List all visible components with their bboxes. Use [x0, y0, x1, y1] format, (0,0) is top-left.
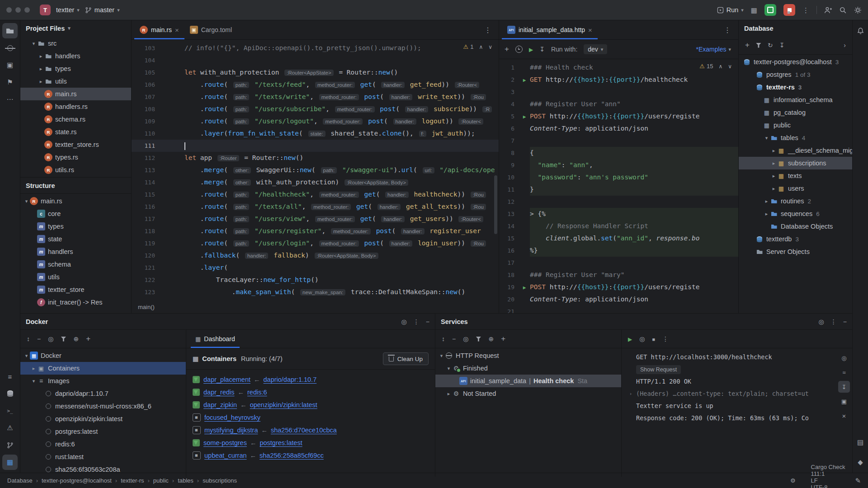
database-tree-row[interactable]: ▸ texts [739, 169, 852, 182]
fold-chevron-icon[interactable] [625, 363, 636, 375]
code-line[interactable]: 15 client.global.set("ann_id", response.… [499, 232, 738, 244]
container-name-link[interactable]: dapr_zipkin [203, 401, 237, 408]
database-tree-row[interactable]: ▸ __diesel_schema_mig [739, 144, 852, 157]
project-tree-row[interactable]: main.rs [20, 88, 131, 100]
layout-toolwindow-button[interactable]: ▤ [853, 435, 868, 450]
run-request-icon[interactable] [519, 232, 530, 244]
console-eye-icon[interactable] [838, 352, 850, 364]
structure-tree-row[interactable]: schema [20, 258, 131, 271]
project-panel-header[interactable]: Project Files [20, 20, 131, 36]
vcs-toolwindow-button[interactable] [2, 437, 18, 453]
run-request-icon[interactable] [519, 135, 530, 147]
tree-chevron-icon[interactable]: ▾ [30, 41, 37, 47]
code-line[interactable]: 115 .route( path: "/healthcheck", method… [132, 188, 499, 201]
services-filter-funnel-icon[interactable] [476, 337, 481, 342]
services-add-group-icon[interactable] [488, 335, 494, 343]
run-request-icon[interactable] [519, 244, 530, 257]
run-request-icon[interactable] [519, 110, 530, 122]
project-tree-row[interactable]: textter_store.rs [20, 138, 131, 151]
database-tree-row[interactable]: ▸ subscriptions [739, 157, 852, 169]
status-breadcrumb-item[interactable]: Database › [7, 477, 42, 484]
tab-cargo-toml[interactable]: Cargo.toml [184, 20, 237, 39]
run-request-icon[interactable] [519, 183, 530, 196]
database-toolwindow-button[interactable] [2, 386, 18, 401]
container-image-link[interactable]: daprio/dapr:1.10.7 [264, 376, 317, 383]
code-line[interactable]: 11 } [499, 183, 738, 196]
code-line[interactable]: 108 .route( path: "/users/subscribe", me… [132, 103, 499, 115]
container-row[interactable]: focused_heyrovsky [186, 411, 435, 424]
database-tree-row[interactable]: postgres 1 of 3 [739, 68, 852, 81]
database-tree-row[interactable]: ▸ routines 2 [739, 195, 852, 207]
database-tree-row[interactable]: textterdb 3 [739, 233, 852, 245]
tree-chevron-icon[interactable]: ▾ [438, 353, 445, 359]
status-widget[interactable]: 111:1 [811, 470, 845, 477]
code-line[interactable]: 19 POST http://{{host}}:{{port}}/users/r… [499, 281, 738, 293]
structure-tree-row[interactable]: types [20, 220, 131, 233]
database-tree-row[interactable]: textter-rs 3 [739, 81, 852, 94]
console-clear-icon[interactable] [838, 410, 850, 422]
status-breadcrumb-item[interactable]: textter-rs › [121, 477, 153, 484]
tree-chevron-icon[interactable]: ▸ [770, 160, 777, 166]
editor-kebab-icon[interactable] [480, 26, 496, 34]
code-line[interactable]: 123 .make_span_with( new_make_span: trac… [132, 286, 499, 298]
tree-chevron-icon[interactable]: ▸ [38, 79, 44, 84]
more-kebab-icon[interactable] [802, 7, 809, 14]
commit-toolwindow-button[interactable] [2, 40, 18, 56]
project-tree-row[interactable]: schema.rs [20, 113, 131, 126]
code-line[interactable]: 117 .route( path: "/users/view", method_… [132, 213, 499, 225]
database-tree-row[interactable]: ▸ users [739, 182, 852, 195]
structure-tree-row[interactable]: init_tracer() -> Res [20, 296, 131, 309]
services-plus-icon[interactable] [501, 334, 505, 343]
code-line[interactable]: 111 [132, 140, 499, 152]
docker-toolwindow-button[interactable]: ▦ [2, 455, 18, 470]
services-expand-icon[interactable] [442, 335, 445, 343]
docker-tree-row[interactable]: rust:latest [20, 450, 186, 463]
code-line[interactable]: 116 .route( path: "/texts/all", method_r… [132, 201, 499, 213]
project-tree-row[interactable]: ▸ handlers [20, 50, 131, 62]
docker-collapse-icon[interactable] [37, 335, 41, 343]
todo-toolwindow-button[interactable]: ≡ [2, 369, 18, 384]
editor-scrollbar[interactable] [494, 175, 497, 234]
prev-warning-icon[interactable]: ∧ [479, 44, 483, 50]
code-line[interactable]: 122 TraceLayer::new_for_http() [132, 274, 499, 286]
services-kebab-icon[interactable] [830, 318, 837, 325]
code-line[interactable]: 20 Content-Type: application/json [499, 293, 738, 305]
container-name-link[interactable]: mystifying_dijkstra [204, 427, 258, 434]
database-tree-row[interactable]: Server Objects [739, 245, 852, 258]
code-line[interactable]: 14 // Response Handler Script [499, 220, 738, 232]
run-request-icon[interactable] [519, 208, 530, 220]
docker-tree-row[interactable]: daprio/dapr:1.10.7 [20, 387, 186, 400]
status-breadcrumb-item[interactable]: textter-postgres@localhost › [42, 477, 121, 484]
code-line[interactable]: 118 .route( path: "/users/register", met… [132, 225, 499, 237]
container-image-link[interactable]: sha256:d70ece10cbca [271, 427, 337, 434]
code-line[interactable]: 3 [499, 86, 738, 98]
structure-tree-row[interactable]: state [20, 233, 131, 245]
project-tree-row[interactable]: types.rs [20, 151, 131, 164]
code-line[interactable]: 16 %} [499, 244, 738, 257]
run-request-icon[interactable] [519, 281, 530, 293]
docker-locate-icon[interactable] [401, 318, 407, 325]
next-warning-icon[interactable]: ∨ [728, 63, 732, 70]
tab-initial-sample-data[interactable]: initial_sample_data.http [502, 20, 598, 39]
filter-funnel-icon[interactable] [756, 43, 761, 48]
docker-minimize-icon[interactable] [426, 318, 429, 325]
container-row[interactable]: some-postgres ← postgres:latest [186, 436, 435, 449]
status-breadcrumb-item[interactable]: tables › [178, 477, 203, 484]
code-line[interactable]: 109 .route( path: "/users/logout", metho… [132, 115, 499, 127]
container-name-link[interactable]: dapr_redis [203, 389, 235, 396]
project-tree-row[interactable]: utils.rs [20, 164, 131, 176]
services-collapse-icon[interactable] [452, 335, 456, 343]
database-panel-header[interactable]: Database [739, 20, 852, 36]
window-controls[interactable] [6, 7, 30, 13]
search-icon[interactable] [839, 6, 847, 14]
tree-chevron-icon[interactable]: ▸ [445, 391, 452, 397]
code-line[interactable]: 120 .fallback( handler: fallback) :Route… [132, 249, 499, 262]
notifications-bell-button[interactable] [853, 23, 868, 38]
services-panel-header[interactable]: Services [435, 314, 852, 330]
status-widget[interactable]: Cargo Check [811, 464, 845, 470]
database-tree-row[interactable]: information_schema [739, 94, 852, 106]
docker-tree-row[interactable]: messense/rust-musl-cross:x86_6 [20, 400, 186, 413]
services-tree-row[interactable]: ▾ HTTP Request [435, 349, 621, 362]
console-output[interactable]: GET http://localhost:3000/healthcheck Sh… [622, 348, 836, 477]
status-breadcrumb[interactable]: Database › textter-postgres@localhost › … [7, 477, 237, 484]
